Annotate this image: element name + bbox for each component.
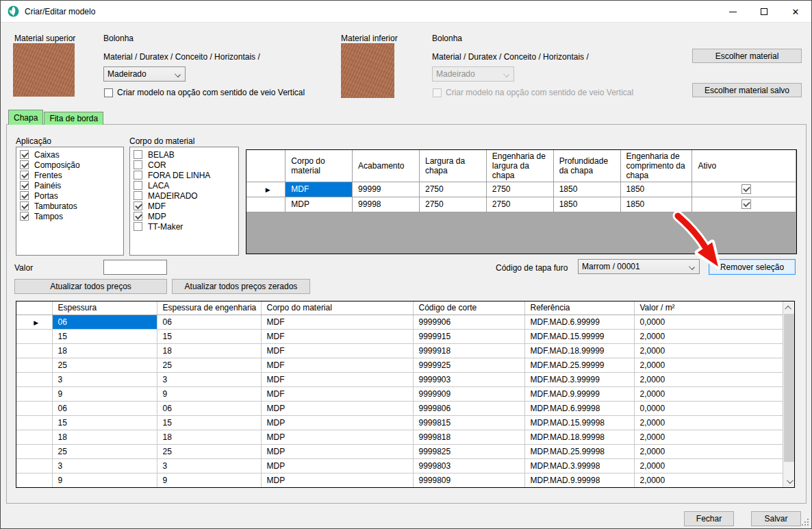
grid-cell[interactable]: MDP.MAD.3.99998: [524, 458, 634, 473]
grid-cell[interactable]: 06: [157, 401, 261, 415]
atualizar-precos-zerados-button[interactable]: Atualizar todos preços zerados: [172, 279, 310, 294]
chapa-row[interactable]: ▶MDF999992750275018501850: [246, 182, 796, 197]
grid-cell[interactable]: 9999918: [413, 343, 524, 358]
checklist-item-mdp[interactable]: MDP: [130, 211, 238, 221]
grid-cell[interactable]: MDF.MAD.15.99999: [524, 329, 634, 343]
grid-cell[interactable]: 3: [52, 372, 157, 386]
grid-cell[interactable]: 2,0000: [634, 473, 783, 487]
grid-cell[interactable]: 1850: [620, 197, 692, 212]
grid-cell[interactable]: 2,0000: [634, 444, 783, 458]
grid-cell[interactable]: MDP.MAD.25.99998: [524, 444, 634, 458]
grid-cell[interactable]: 2750: [486, 197, 553, 212]
row-selector-cell[interactable]: [246, 197, 286, 212]
row-selector-cell[interactable]: [16, 343, 52, 358]
fechar-button[interactable]: Fechar: [684, 511, 734, 526]
checklist-item-tamburatos[interactable]: Tamburatos: [16, 201, 123, 211]
chapa-row[interactable]: MDP999982750275018501850: [246, 197, 796, 212]
checklist-item-portas[interactable]: Portas: [16, 190, 123, 201]
grid-cell[interactable]: 25: [52, 444, 157, 458]
grid-cell[interactable]: 2,0000: [634, 329, 783, 343]
grid-cell[interactable]: 06: [52, 315, 157, 329]
grid-cell[interactable]: MDP.MAD.15.99998: [524, 415, 634, 430]
row-selector-cell[interactable]: [16, 444, 52, 458]
row-selector-cell[interactable]: [16, 458, 52, 473]
grid-cell[interactable]: MDP: [261, 473, 413, 487]
tab-chapa[interactable]: Chapa: [8, 110, 43, 125]
atualizar-todos-precos-button[interactable]: Atualizar todos preços: [14, 279, 167, 294]
grid-cell[interactable]: 9999818: [413, 430, 524, 444]
grid-cell[interactable]: 1850: [620, 182, 692, 197]
grid-cell[interactable]: MDF.MAD.9.99999: [524, 386, 634, 401]
checkbox-checked-icon[interactable]: [20, 201, 29, 210]
grid-cell[interactable]: 99998: [353, 197, 420, 212]
price-row[interactable]: 33MDP9999803MDP.MAD.3.999982,0000: [16, 458, 783, 473]
checkbox-unchecked-icon[interactable]: [134, 171, 142, 180]
veio-superior-combobox[interactable]: Madeirado: [103, 66, 186, 82]
row-selector-cell[interactable]: [16, 415, 52, 430]
salvar-button[interactable]: Salvar: [751, 511, 801, 526]
checklist-item-tt-maker[interactable]: TT-Maker: [130, 221, 238, 232]
grid-cell[interactable]: 18: [157, 343, 261, 358]
grid-cell[interactable]: MDF.MAD.6.99999: [524, 315, 634, 329]
grid-cell[interactable]: 18: [157, 430, 261, 444]
grid-cell[interactable]: MDF: [261, 358, 413, 372]
checkbox-checked-icon[interactable]: [20, 191, 29, 200]
grid-cell[interactable]: 9999809: [413, 473, 524, 487]
checkbox-unchecked-icon[interactable]: [134, 160, 142, 169]
price-row[interactable]: 99MDP9999809MDP.MAD.9.999982,0000: [16, 473, 783, 487]
grid-cell[interactable]: MDP: [261, 415, 413, 430]
price-row[interactable]: 2525MDF9999925MDF.MAD.25.999992,0000: [16, 358, 783, 372]
grid-cell[interactable]: 9999806: [413, 401, 524, 415]
grid-cell[interactable]: MDP.MAD.18.99998: [524, 430, 634, 444]
checklist-item-mdf[interactable]: MDF: [130, 201, 238, 211]
grid-cell[interactable]: MDP: [261, 444, 413, 458]
checklist-item-madeirado[interactable]: MADEIRADO: [130, 190, 238, 201]
grid-cell[interactable]: MDF.MAD.3.99999: [524, 372, 634, 386]
veio-vertical-checkbox-superior[interactable]: Criar modelo na opção com sentido de vei…: [104, 88, 305, 97]
checkbox-unchecked-icon[interactable]: [134, 181, 142, 190]
checkbox-unchecked-icon[interactable]: [134, 150, 142, 159]
row-selector-cell[interactable]: [16, 329, 52, 343]
row-selector-cell[interactable]: [16, 372, 52, 386]
grid-cell[interactable]: 9: [52, 386, 157, 401]
grid-cell[interactable]: MDF: [261, 343, 413, 358]
grid-cell[interactable]: 2,0000: [634, 358, 783, 372]
grid-cell[interactable]: MDP: [261, 430, 413, 444]
checklist-item-fora-de-linha[interactable]: FORA DE LINHA: [130, 170, 238, 180]
grid-cell[interactable]: 2,0000: [634, 458, 783, 473]
checklist-item-pain-is[interactable]: Painéis: [16, 180, 123, 190]
grid-cell[interactable]: 06: [157, 315, 261, 329]
row-selector-cell[interactable]: [16, 401, 52, 415]
maximize-button[interactable]: [748, 1, 780, 23]
grid-cell[interactable]: MDF.MAD.18.99999: [524, 343, 634, 358]
price-row[interactable]: ▶0606MDF9999906MDF.MAD.6.999990,0000: [16, 315, 783, 329]
grid-cell[interactable]: MDF.MAD.25.99999: [524, 358, 634, 372]
grid-cell[interactable]: 9999903: [413, 372, 524, 386]
scroll-down-button[interactable]: [783, 475, 795, 487]
row-selector-cell[interactable]: [16, 473, 52, 487]
grid-cell[interactable]: 9999815: [413, 415, 524, 430]
checkbox-checked-icon[interactable]: [20, 160, 29, 169]
grid-cell[interactable]: 2,0000: [634, 386, 783, 401]
grid-cell[interactable]: 9: [157, 386, 261, 401]
grid-cell[interactable]: 9999909: [413, 386, 524, 401]
grid-cell[interactable]: 3: [52, 458, 157, 473]
grid-cell[interactable]: 15: [157, 329, 261, 343]
grid-cell[interactable]: 1850: [553, 197, 620, 212]
checkbox-checked-icon[interactable]: [134, 212, 142, 221]
grid-cell[interactable]: 2,0000: [634, 430, 783, 444]
row-selector-cell[interactable]: [16, 386, 52, 401]
grid-cell[interactable]: 2750: [420, 197, 487, 212]
grid-cell[interactable]: 9999925: [413, 358, 524, 372]
escolher-material-salvo-button[interactable]: Escolher material salvo: [692, 83, 802, 97]
row-selector-cell[interactable]: ▶: [16, 315, 52, 329]
grid-cell[interactable]: 2,0000: [634, 372, 783, 386]
grid-cell[interactable]: 25: [52, 358, 157, 372]
remover-selecao-button[interactable]: Remover seleção: [709, 259, 796, 275]
grid-cell[interactable]: 99999: [353, 182, 420, 197]
grid-cell[interactable]: MDP.MAD.9.99998: [524, 473, 634, 487]
checkbox-unchecked-icon[interactable]: [134, 222, 142, 231]
price-grid[interactable]: EspessuraEspessura de engenhariaCorpo do…: [16, 301, 795, 488]
checkbox-checked-icon[interactable]: [134, 201, 142, 210]
grid-cell[interactable]: MDF: [261, 372, 413, 386]
